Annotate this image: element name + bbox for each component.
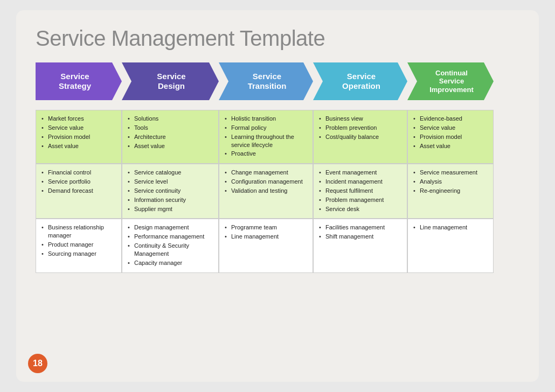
list-item: Market forces xyxy=(41,115,116,123)
list-item: Cost/quality balance xyxy=(319,133,401,141)
list-item: Asset value xyxy=(128,142,213,150)
slide: Service Management Template ServiceStrat… xyxy=(16,10,539,382)
list-item: Performance management xyxy=(128,233,213,241)
list-item: Tools xyxy=(128,124,213,132)
cell-r2-c3: Facilities managementShift management xyxy=(313,219,407,272)
cell-r1-c2: Change managementConfiguration managemen… xyxy=(219,164,313,219)
list-item: Configuration management xyxy=(225,178,307,186)
arrow-col3: ServiceTransition xyxy=(219,62,313,100)
list-item: Information security xyxy=(128,196,213,204)
list-item: Evidence-based xyxy=(413,115,488,123)
cell-r2-c0: Business relationship managerProduct man… xyxy=(36,219,122,272)
arrows-row: ServiceStrategyServiceDesignServiceTrans… xyxy=(36,62,519,100)
cell-r1-c0: Financial controlService portfolioDemand… xyxy=(36,164,122,219)
list-item: Programme team xyxy=(225,223,307,232)
arrow-col4: ServiceOperation xyxy=(313,62,407,100)
cell-r1-c3: Event managementIncident managementReque… xyxy=(313,164,407,219)
arrow-col5: ContinualServiceImprovement xyxy=(407,62,494,100)
list-item: Analysis xyxy=(413,178,488,186)
list-item: Proactive xyxy=(225,150,307,158)
list-item: Line management xyxy=(413,223,488,232)
list-item: Service measurement xyxy=(413,169,488,177)
list-item: Service value xyxy=(41,124,116,132)
list-item: Service value xyxy=(413,124,488,132)
list-item: Problem management xyxy=(319,196,401,204)
list-item: Learning throughout the service lifecycl… xyxy=(225,133,307,149)
page-number: 18 xyxy=(28,354,47,373)
list-item: Demand forecast xyxy=(41,187,116,195)
list-item: Financial control xyxy=(41,169,116,177)
list-item: Request fulfilment xyxy=(319,187,401,195)
cell-r1-c1: Service catalogueService levelService co… xyxy=(122,164,219,219)
list-item: Service level xyxy=(128,178,213,186)
list-item: Architecture xyxy=(128,133,213,141)
cell-r2-c1: Design managementPerformance managementC… xyxy=(122,219,219,272)
list-item: Design management xyxy=(128,223,213,232)
list-item: Formal policy xyxy=(225,124,307,132)
list-item: Capacity manager xyxy=(128,259,213,267)
list-item: Line management xyxy=(225,233,307,241)
list-item: Solutions xyxy=(128,115,213,123)
slide-title: Service Management Template xyxy=(36,26,519,51)
list-item: Service continuity xyxy=(128,187,213,195)
list-item: Provision model xyxy=(413,133,488,141)
list-item: Facilities management xyxy=(319,223,401,232)
list-item: Product manager xyxy=(41,241,116,249)
list-item: Change management xyxy=(225,169,307,177)
list-item: Validation and testing xyxy=(225,187,307,195)
list-item: Business view xyxy=(319,115,401,123)
list-item: Problem prevention xyxy=(319,124,401,132)
list-item: Continuity & Security Management xyxy=(128,242,213,258)
cell-r2-c4: Line management xyxy=(407,219,494,272)
cell-r0-c2: Holistic transitionFormal policyLearning… xyxy=(219,110,313,164)
list-item: Service portfolio xyxy=(41,178,116,186)
cell-r0-c3: Business viewProblem preventionCost/qual… xyxy=(313,110,407,164)
list-item: Supplier mgmt xyxy=(128,205,213,213)
list-item: Business relationship manager xyxy=(41,223,116,240)
list-item: Event management xyxy=(319,169,401,177)
list-item: Asset value xyxy=(413,142,488,150)
list-item: Sourcing manager xyxy=(41,250,116,258)
list-item: Shift management xyxy=(319,233,401,241)
list-item: Service catalogue xyxy=(128,169,213,177)
list-item: Holistic transition xyxy=(225,115,307,123)
list-item: Service desk xyxy=(319,205,401,213)
cell-r0-c4: Evidence-basedService valueProvision mod… xyxy=(407,110,494,164)
cell-r2-c2: Programme teamLine management xyxy=(219,219,313,272)
list-item: Incident management xyxy=(319,178,401,186)
list-item: Provision model xyxy=(41,133,116,141)
cell-r0-c1: SolutionsToolsArchitectureAsset value xyxy=(122,110,219,164)
list-item: Re-engineering xyxy=(413,187,488,195)
arrow-col2: ServiceDesign xyxy=(122,62,219,100)
content-grid: Market forcesService valueProvision mode… xyxy=(36,110,519,273)
cell-r1-c4: Service measurementAnalysisRe-engineerin… xyxy=(407,164,494,219)
cell-r0-c0: Market forcesService valueProvision mode… xyxy=(36,110,122,164)
arrow-col1: ServiceStrategy xyxy=(36,62,122,100)
list-item: Asset value xyxy=(41,142,116,150)
